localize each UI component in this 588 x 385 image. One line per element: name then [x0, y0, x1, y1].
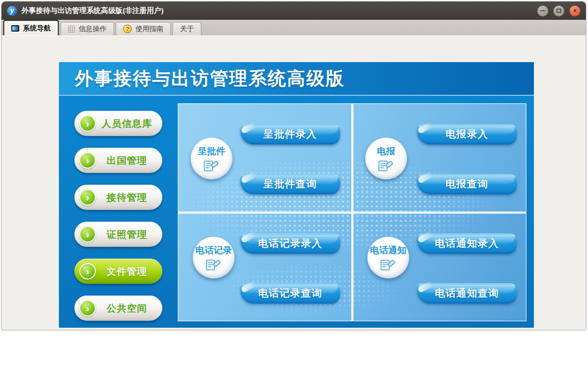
- chevron-icon: ›: [79, 189, 96, 206]
- sidebar-item-label: 证照管理: [96, 228, 162, 241]
- button-label: 电报查询: [446, 177, 488, 191]
- banner: 外事接待与出访管理系统高级版: [59, 62, 534, 96]
- tab-label: 系统导航: [23, 24, 51, 33]
- quadrant-area: 呈批件 呈批件录入: [178, 103, 526, 321]
- grid-icon: [68, 26, 75, 33]
- tab-label: 信息操作: [79, 24, 107, 34]
- approval-entry-button[interactable]: 呈批件录入: [240, 124, 340, 145]
- panel-body: › 人员信息库 › 出国管理 › 接待管理 › 证照管理: [59, 97, 534, 328]
- document-pen-icon: [205, 257, 222, 271]
- tab-bar: 系统导航 信息操作 ? 使用指南 关于: [2, 20, 586, 36]
- sidebar-item-label: 文件管理: [96, 265, 162, 278]
- phone-notifications-badge: 电话通知: [367, 237, 409, 278]
- sidebar-item-personnel-database[interactable]: › 人员信息库: [74, 111, 162, 136]
- chevron-icon: ›: [79, 226, 96, 243]
- sidebar: › 人员信息库 › 出国管理 › 接待管理 › 证照管理: [59, 97, 178, 328]
- badge-label: 电话记录: [195, 244, 232, 256]
- minimize-button[interactable]: [537, 5, 548, 17]
- chevron-icon: ›: [79, 300, 96, 316]
- maximize-icon: [556, 9, 561, 13]
- window-title: 外事接待与出访管理系统高级版(非注册用户): [21, 6, 164, 16]
- window-controls: ×: [537, 5, 581, 17]
- sidebar-item-public-space[interactable]: › 公共空间: [74, 296, 162, 321]
- approval-query-button[interactable]: 呈批件查询: [240, 174, 340, 194]
- tab-label: 关于: [180, 24, 194, 34]
- app-window: y 外事接待与出访管理系统高级版(非注册用户) × 系统导航 信息操作 ? 使用…: [1, 1, 586, 330]
- button-label: 电话记录查询: [258, 286, 323, 300]
- quadrant-approval-documents: 呈批件 呈批件录入: [178, 104, 351, 212]
- sidebar-item-label: 接待管理: [96, 191, 162, 204]
- document-pen-icon: [203, 158, 220, 172]
- button-label: 电话通知查询: [435, 286, 500, 300]
- phone-record-query-button[interactable]: 电话记录查询: [240, 283, 340, 304]
- help-icon: ?: [123, 25, 132, 33]
- tab-about[interactable]: 关于: [172, 22, 201, 35]
- sidebar-item-label: 出国管理: [96, 154, 162, 167]
- button-label: 电报录入: [446, 127, 488, 141]
- tab-user-guide[interactable]: ? 使用指南: [116, 22, 171, 35]
- tab-information-operations[interactable]: 信息操作: [61, 22, 114, 35]
- chevron-icon: ›: [79, 115, 96, 132]
- badge-label: 呈批件: [198, 145, 225, 157]
- telegram-query-button[interactable]: 电报查询: [417, 174, 517, 194]
- badge-label: 电报: [377, 145, 395, 157]
- sidebar-item-label: 人员信息库: [96, 117, 162, 130]
- app-logo-icon: y: [7, 6, 17, 16]
- phone-notification-entry-button[interactable]: 电话通知录入: [417, 233, 517, 254]
- tab-system-navigation[interactable]: 系统导航: [3, 20, 59, 35]
- close-icon: ×: [573, 7, 577, 14]
- telegram-badge: 电报: [365, 138, 407, 179]
- telegram-entry-button[interactable]: 电报录入: [417, 124, 517, 145]
- phone-records-badge: 电话记录: [193, 237, 235, 278]
- banner-title: 外事接待与出访管理系统高级版: [75, 66, 345, 91]
- sidebar-item-reception-management[interactable]: › 接待管理: [74, 185, 162, 210]
- document-pen-icon: [378, 158, 395, 172]
- sidebar-item-abroad-management[interactable]: › 出国管理: [74, 148, 162, 173]
- maximize-button[interactable]: [553, 5, 564, 17]
- button-label: 呈批件查询: [263, 177, 317, 191]
- quadrant-phone-notifications: 电话通知 电话通知录入: [353, 213, 526, 321]
- quadrant-telegram: 电报 电报录入: [353, 104, 526, 212]
- main-panel: 外事接待与出访管理系统高级版 › 人员信息库 › 出国管理 › 接待管理: [59, 62, 534, 328]
- sidebar-item-label: 公共空间: [96, 302, 162, 315]
- document-pen-icon: [380, 257, 397, 271]
- minimize-icon: [540, 10, 545, 11]
- button-label: 电话通知录入: [435, 237, 500, 251]
- phone-notification-query-button[interactable]: 电话通知查询: [417, 283, 517, 304]
- button-label: 电话记录录入: [258, 237, 323, 251]
- phone-record-entry-button[interactable]: 电话记录录入: [240, 233, 340, 254]
- sidebar-item-file-management[interactable]: › 文件管理: [74, 259, 162, 284]
- sidebar-item-license-management[interactable]: › 证照管理: [74, 222, 162, 247]
- horizontal-divider: [178, 212, 526, 214]
- content-area: 外事接待与出访管理系统高级版 › 人员信息库 › 出国管理 › 接待管理: [2, 36, 586, 330]
- badge-label: 电话通知: [370, 244, 406, 256]
- chevron-icon: ›: [79, 263, 96, 280]
- screen-icon: [11, 25, 19, 32]
- title-bar: y 外事接待与出访管理系统高级版(非注册用户) ×: [2, 2, 586, 20]
- button-label: 呈批件录入: [263, 127, 317, 141]
- close-button[interactable]: ×: [569, 5, 581, 17]
- approval-documents-badge: 呈批件: [191, 138, 232, 179]
- tab-label: 使用指南: [135, 24, 163, 34]
- quadrant-phone-records: 电话记录 电话记录录入: [178, 213, 351, 321]
- chevron-icon: ›: [79, 152, 96, 169]
